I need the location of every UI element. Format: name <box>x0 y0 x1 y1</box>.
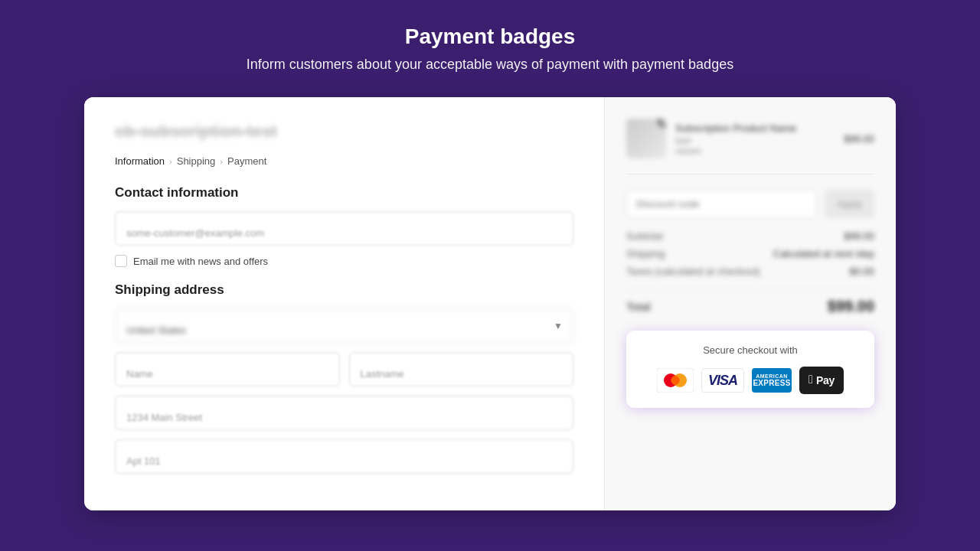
newsletter-checkbox[interactable] <box>115 255 127 267</box>
order-item-sub2: variant <box>675 146 835 155</box>
breadcrumb-sep-1: › <box>169 157 172 166</box>
taxes-label: Taxes (calculated at checkout) <box>626 266 760 277</box>
discount-apply-button[interactable]: Apply <box>825 190 874 218</box>
order-item-name: Subscription Product Name <box>675 122 835 134</box>
first-name-input[interactable] <box>115 352 340 386</box>
payment-icons-row: VISA AMERICAN EXPRESS  Pay <box>642 367 859 394</box>
taxes-row: Taxes (calculated at checkout) $0.00 <box>626 266 874 277</box>
page-subtitle: Inform customers about your acceptable w… <box>247 57 733 73</box>
order-item-image: 1 <box>626 119 666 158</box>
email-field-group: Email <box>115 211 573 246</box>
breadcrumb-sep-2: › <box>220 157 223 166</box>
visa-icon: VISA <box>701 368 744 393</box>
name-fields-row: First name (optional) Last name <box>115 352 573 396</box>
first-name-group: First name (optional) <box>115 352 340 386</box>
subtotal-label: Subtotal <box>626 230 663 242</box>
newsletter-label: Email me with news and offers <box>133 256 268 267</box>
page-header: Payment badges Inform customers about yo… <box>247 24 733 73</box>
subtotal-row: Subtotal $99.00 <box>626 230 874 242</box>
main-card: cb-subscription-test Information › Shipp… <box>84 97 896 510</box>
last-name-group: Last name <box>349 352 574 386</box>
address-field-group: Address <box>115 396 573 430</box>
email-input-wrapper: Email <box>115 211 573 246</box>
payment-badges-card: Secure checkout with VISA <box>626 331 874 408</box>
taxes-value: $0.00 <box>849 266 874 277</box>
subtotal-value: $99.00 <box>844 230 874 242</box>
order-item-details: Subscription Product Name type variant <box>675 122 835 155</box>
shop-name: cb-subscription-test <box>115 122 573 142</box>
totals-section: Subtotal $99.00 Shipping Calculated at n… <box>626 230 874 277</box>
shipping-row: Shipping Calculated at next step <box>626 248 874 259</box>
visa-text: VISA <box>708 373 737 389</box>
order-item: 1 Subscription Product Name type variant… <box>626 119 874 174</box>
left-panel: cb-subscription-test Information › Shipp… <box>84 97 605 510</box>
country-select[interactable]: United States <box>115 308 573 343</box>
total-row: Total $99.00 <box>626 289 874 315</box>
address-wrapper: Address <box>115 396 573 430</box>
breadcrumb-shipping[interactable]: Shipping <box>177 155 216 167</box>
last-name-wrapper: Last name <box>349 352 574 386</box>
right-panel: 1 Subscription Product Name type variant… <box>605 97 896 510</box>
total-value: $99.00 <box>828 298 874 315</box>
address-input[interactable] <box>115 396 573 430</box>
country-field-group: Country/Region United States ▼ <box>115 308 573 343</box>
country-select-wrapper: Country/Region United States ▼ <box>115 308 573 343</box>
breadcrumb: Information › Shipping › Payment <box>115 155 573 167</box>
total-label: Total <box>626 300 651 313</box>
mastercard-icon <box>657 368 694 393</box>
newsletter-row: Email me with news and offers <box>115 255 573 267</box>
breadcrumb-information[interactable]: Information <box>115 155 165 167</box>
page-title: Payment badges <box>247 24 733 49</box>
first-name-wrapper: First name (optional) <box>115 352 340 386</box>
amex-icon: AMERICAN EXPRESS <box>752 368 792 393</box>
apple-pay-text: Pay <box>816 374 835 386</box>
shipping-value: Calculated at next step <box>773 248 874 259</box>
amex-main-text: EXPRESS <box>753 379 790 387</box>
apt-wrapper: Apartment, suite, etc. (optional) <box>115 439 573 474</box>
email-input[interactable] <box>115 211 573 246</box>
shipping-section-title: Shipping address <box>115 282 573 298</box>
order-item-sub1: type <box>675 135 835 145</box>
contact-section-title: Contact information <box>115 185 573 201</box>
discount-row: Apply <box>626 190 874 218</box>
apple-pay-icon:  Pay <box>799 367 844 394</box>
apple-logo-icon:  <box>808 373 813 386</box>
amex-top-text: AMERICAN <box>756 373 788 379</box>
apt-field-group: Apartment, suite, etc. (optional) <box>115 439 573 474</box>
secure-checkout-label: Secure checkout with <box>642 344 859 356</box>
breadcrumb-payment[interactable]: Payment <box>227 155 266 167</box>
discount-input[interactable] <box>626 190 817 218</box>
last-name-input[interactable] <box>349 352 574 386</box>
apt-input[interactable] <box>115 439 573 474</box>
order-item-price: $99.00 <box>844 133 874 145</box>
shipping-label: Shipping <box>626 248 665 259</box>
